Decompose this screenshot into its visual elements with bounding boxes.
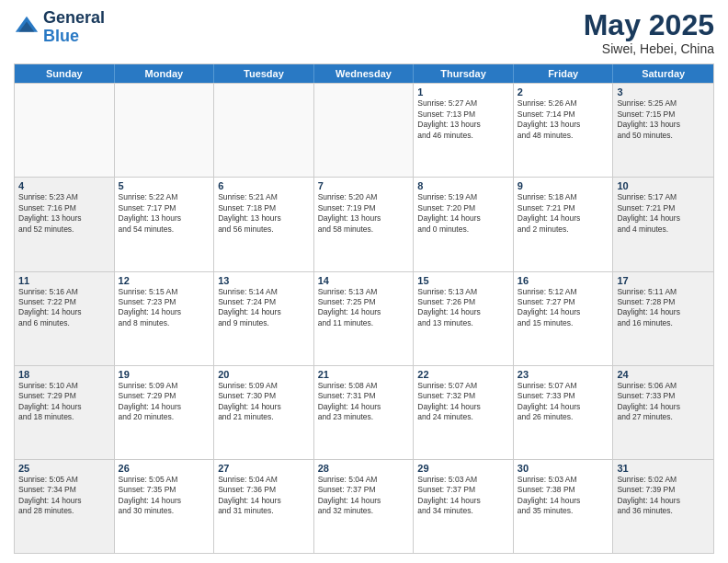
cell-info-line: Sunset: 7:26 PM [417,297,509,307]
calendar-row-2: 4Sunrise: 5:23 AMSunset: 7:16 PMDaylight… [15,177,713,270]
calendar-body: 1Sunrise: 5:27 AMSunset: 7:13 PMDaylight… [15,83,713,553]
calendar-cell: 14Sunrise: 5:13 AMSunset: 7:25 PMDayligh… [314,272,415,365]
cell-info-line: Daylight: 14 hours [417,307,509,317]
day-number: 14 [318,275,410,286]
cell-info-line: and 58 minutes. [318,224,410,235]
cell-info-line: Daylight: 13 hours [119,213,210,224]
calendar-cell: 30Sunrise: 5:03 AMSunset: 7:38 PMDayligh… [514,460,614,553]
cell-info-line: Sunrise: 5:03 AM [518,475,609,485]
cell-info-line: Sunset: 7:20 PM [417,203,509,213]
cell-info-line: Daylight: 14 hours [518,307,609,317]
day-header-sunday: Sunday [15,64,115,83]
cell-info-line: Daylight: 14 hours [417,496,509,506]
cell-info-line: Sunset: 7:29 PM [18,391,110,401]
cell-info-line: Daylight: 14 hours [119,402,210,412]
cell-info-line: Daylight: 13 hours [18,213,110,224]
cell-info-line: Daylight: 14 hours [518,402,609,412]
day-number: 28 [318,463,410,474]
day-number: 31 [617,463,710,474]
cell-info-line: and 11 minutes. [318,318,410,328]
calendar-cell: 15Sunrise: 5:13 AMSunset: 7:26 PMDayligh… [414,272,514,365]
cell-info-line: Sunset: 7:16 PM [18,203,110,213]
calendar: SundayMondayTuesdayWednesdayThursdayFrid… [14,63,714,554]
cell-info-line: Sunrise: 5:26 AM [518,98,609,109]
day-number: 6 [218,180,310,191]
cell-info-line: Daylight: 13 hours [218,213,310,224]
cell-info-line: Sunset: 7:15 PM [617,109,710,120]
day-number: 13 [218,275,310,286]
calendar-cell: 24Sunrise: 5:06 AMSunset: 7:33 PMDayligh… [613,366,713,459]
calendar-cell: 11Sunrise: 5:16 AMSunset: 7:22 PMDayligh… [15,272,115,365]
cell-info-line: and 34 minutes. [417,506,509,516]
day-number: 4 [18,180,110,191]
day-header-wednesday: Wednesday [314,64,415,83]
cell-info-line: Sunset: 7:31 PM [318,391,410,401]
cell-info-line: Sunrise: 5:20 AM [318,192,410,202]
cell-info-line: Sunset: 7:35 PM [119,485,210,495]
cell-info-line: and 30 minutes. [119,506,210,516]
cell-info-line: Sunrise: 5:21 AM [218,192,310,202]
cell-info-line: and 24 minutes. [417,412,509,422]
cell-info-line: Sunset: 7:17 PM [119,203,210,213]
cell-info-line: Daylight: 14 hours [119,496,210,506]
calendar-cell: 16Sunrise: 5:12 AMSunset: 7:27 PMDayligh… [514,272,614,365]
calendar-cell: 2Sunrise: 5:26 AMSunset: 7:14 PMDaylight… [514,84,614,177]
cell-info-line: Sunrise: 5:17 AM [617,192,710,202]
cell-info-line: Sunrise: 5:13 AM [318,287,410,297]
logo-general: General [43,8,105,27]
cell-info-line: Sunset: 7:39 PM [617,485,710,495]
cell-info-line: Daylight: 14 hours [617,402,710,412]
calendar-cell: 31Sunrise: 5:02 AMSunset: 7:39 PMDayligh… [613,460,713,553]
day-number: 30 [518,463,609,474]
cell-info-line: Sunset: 7:32 PM [417,391,509,401]
calendar-cell: 8Sunrise: 5:19 AMSunset: 7:20 PMDaylight… [414,178,514,270]
cell-info-line: Sunset: 7:18 PM [218,203,310,213]
cell-info-line: Daylight: 14 hours [617,307,710,317]
cell-info-line: and 56 minutes. [218,224,310,235]
cell-info-line: Sunrise: 5:23 AM [18,192,110,202]
calendar-cell: 10Sunrise: 5:17 AMSunset: 7:21 PMDayligh… [613,178,713,270]
cell-info-line: Daylight: 14 hours [518,213,609,224]
cell-info-line: and 52 minutes. [18,224,110,235]
day-number: 17 [617,275,710,286]
cell-info-line: Sunrise: 5:09 AM [119,381,210,391]
calendar-page: General Blue May 2025 Siwei, Hebei, Chin… [0,0,728,563]
cell-info-line: Daylight: 14 hours [18,496,110,506]
cell-info-line: and 48 minutes. [518,131,609,141]
logo-icon [14,15,40,40]
cell-info-line: Sunrise: 5:11 AM [617,287,710,297]
calendar-cell [115,84,215,177]
cell-info-line: Daylight: 13 hours [518,120,609,130]
cell-info-line: and 54 minutes. [119,224,210,235]
calendar-cell: 19Sunrise: 5:09 AMSunset: 7:29 PMDayligh… [115,366,215,459]
cell-info-line: Sunset: 7:25 PM [318,297,410,307]
cell-info-line: Sunrise: 5:18 AM [518,192,609,202]
calendar-cell [15,84,115,177]
cell-info-line: Sunset: 7:21 PM [518,203,609,213]
cell-info-line: Daylight: 14 hours [318,307,410,317]
cell-info-line: and 18 minutes. [18,412,110,422]
cell-info-line: and 46 minutes. [417,131,509,141]
cell-info-line: and 9 minutes. [218,318,310,328]
cell-info-line: Daylight: 14 hours [218,402,310,412]
calendar-cell: 20Sunrise: 5:09 AMSunset: 7:30 PMDayligh… [214,366,314,459]
cell-info-line: Sunrise: 5:04 AM [218,475,310,485]
title-block: May 2025 Siwei, Hebei, China [584,9,714,56]
cell-info-line: Daylight: 14 hours [218,307,310,317]
cell-info-line: Sunrise: 5:12 AM [518,287,609,297]
cell-info-line: and 15 minutes. [518,318,609,328]
cell-info-line: and 2 minutes. [518,224,609,235]
cell-info-line: Sunrise: 5:04 AM [318,475,410,485]
day-number: 20 [218,369,310,380]
cell-info-line: Daylight: 14 hours [318,402,410,412]
logo-blue: Blue [43,27,79,45]
cell-info-line: Daylight: 14 hours [119,307,210,317]
cell-info-line: Sunrise: 5:15 AM [119,287,210,297]
cell-info-line: Sunset: 7:37 PM [318,485,410,495]
calendar-row-4: 18Sunrise: 5:10 AMSunset: 7:29 PMDayligh… [15,365,713,459]
cell-info-line: Sunset: 7:37 PM [417,485,509,495]
calendar-cell: 21Sunrise: 5:08 AMSunset: 7:31 PMDayligh… [314,366,415,459]
calendar-row-3: 11Sunrise: 5:16 AMSunset: 7:22 PMDayligh… [15,271,713,365]
calendar-cell: 17Sunrise: 5:11 AMSunset: 7:28 PMDayligh… [613,272,713,365]
day-number: 10 [617,180,710,191]
